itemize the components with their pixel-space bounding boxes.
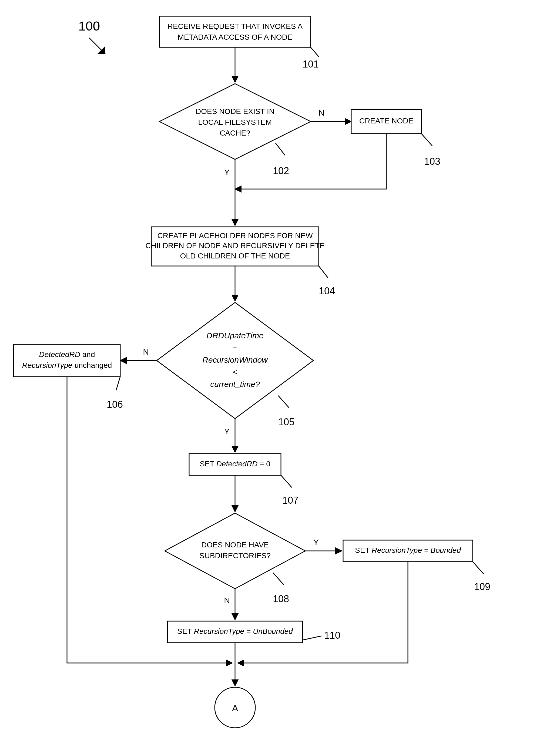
edge-109-to-merge — [238, 562, 408, 663]
svg-text:+: + — [233, 344, 237, 352]
svg-text:SET DetectedRD = 0: SET DetectedRD = 0 — [200, 460, 270, 468]
svg-text:RecursionType unchanged: RecursionType unchanged — [22, 361, 112, 369]
svg-text:DetectedRD and: DetectedRD and — [39, 350, 95, 359]
svg-text:N: N — [224, 596, 230, 605]
edge-105-no-to-106: N — [120, 347, 157, 361]
edge-102-yes: Y — [224, 159, 235, 226]
edge-108-no: N — [224, 589, 235, 620]
svg-text:110: 110 — [324, 630, 340, 641]
svg-marker-37 — [165, 513, 305, 589]
svg-text:DOES NODE HAVE: DOES NODE HAVE — [201, 541, 269, 549]
svg-text:SET RecursionType = UnBounded: SET RecursionType = UnBounded — [177, 627, 293, 635]
svg-text:DRDUpateTime: DRDUpateTime — [206, 331, 263, 340]
svg-text:RecursionWindow: RecursionWindow — [202, 356, 268, 364]
svg-text:103: 103 — [424, 156, 440, 167]
svg-text:107: 107 — [282, 495, 299, 506]
svg-rect-2 — [159, 16, 311, 47]
svg-text:CACHE?: CACHE? — [220, 129, 250, 137]
svg-rect-29 — [14, 344, 120, 377]
svg-text:102: 102 — [273, 165, 289, 176]
svg-text:106: 106 — [107, 399, 123, 410]
svg-text:METADATA ACCESS OF A NODE: METADATA ACCESS OF A NODE — [178, 33, 293, 41]
svg-text:SUBDIRECTORIES?: SUBDIRECTORIES? — [199, 551, 271, 560]
edge-105-yes: Y — [224, 418, 235, 452]
svg-text:100: 100 — [78, 19, 100, 33]
svg-text:Y: Y — [224, 427, 230, 436]
step-101-receive-request: RECEIVE REQUEST THAT INVOKES A METADATA … — [159, 16, 319, 70]
svg-text:Y: Y — [224, 168, 230, 177]
svg-text:Y: Y — [313, 538, 319, 546]
step-103-create-node: CREATE NODE 103 — [351, 109, 440, 167]
svg-text:<: < — [233, 368, 237, 376]
svg-text:A: A — [232, 703, 238, 713]
svg-text:current_time?: current_time? — [210, 380, 260, 388]
figure-label: 100 — [78, 19, 105, 54]
step-107-set-detectedrd: SET DetectedRD = 0 107 — [189, 454, 299, 506]
svg-text:LOCAL FILESYSTEM: LOCAL FILESYSTEM — [198, 118, 272, 126]
svg-text:SET RecursionType = Bounded: SET RecursionType = Bounded — [355, 546, 461, 554]
svg-text:OLD CHILDREN OF THE  NODE: OLD CHILDREN OF THE NODE — [180, 252, 290, 260]
svg-text:DOES NODE EXIST IN: DOES NODE EXIST IN — [196, 107, 274, 116]
svg-text:RECEIVE REQUEST THAT INVOKES A: RECEIVE REQUEST THAT INVOKES A — [167, 22, 303, 31]
step-104-create-placeholders: CREATE PLACEHOLDER NODES FOR NEW CHILDRE… — [145, 227, 335, 297]
svg-text:CREATE PLACEHOLDER NODES FOR N: CREATE PLACEHOLDER NODES FOR NEW — [157, 232, 313, 240]
step-106-unchanged: DetectedRD and RecursionType unchanged 1… — [14, 344, 123, 410]
edge-102-no-to-103: N — [311, 108, 351, 122]
svg-text:N: N — [318, 108, 324, 117]
svg-text:CREATE NODE: CREATE NODE — [359, 117, 413, 125]
svg-text:104: 104 — [319, 286, 335, 297]
svg-text:109: 109 — [474, 581, 490, 592]
decision-105-time-check: DRDUpateTime + RecursionWindow < current… — [157, 303, 313, 427]
svg-text:N: N — [143, 347, 149, 356]
svg-text:101: 101 — [303, 59, 319, 70]
svg-text:CHILDREN OF NODE AND RECURSIVE: CHILDREN OF NODE AND RECURSIVELY DELETE — [145, 242, 324, 250]
step-110-set-unbounded: SET RecursionType = UnBounded 110 — [167, 621, 340, 643]
edge-106-to-merge — [67, 377, 232, 663]
step-109-set-bounded: SET RecursionType = Bounded 109 — [343, 540, 490, 592]
offpage-connector-a: A — [215, 687, 255, 728]
svg-text:108: 108 — [273, 593, 289, 604]
svg-text:105: 105 — [278, 416, 294, 427]
edge-108-yes-to-109: Y — [305, 538, 342, 551]
